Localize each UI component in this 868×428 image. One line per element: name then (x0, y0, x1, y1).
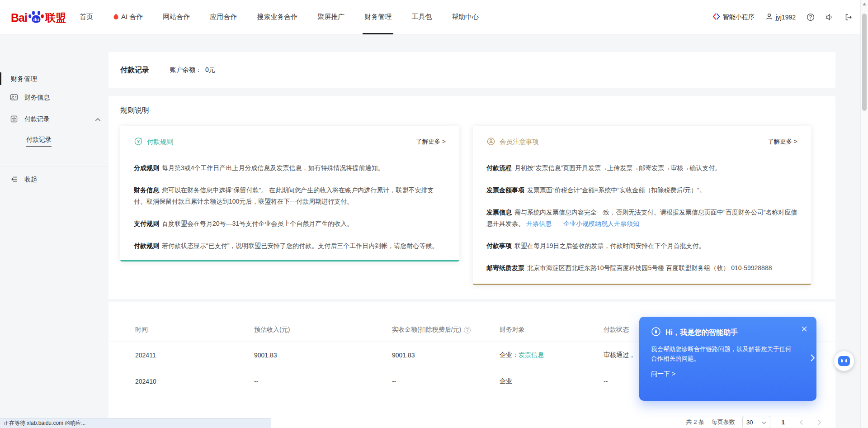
cell-entity: 企业：发票信息 (500, 351, 604, 359)
compass-icon (651, 327, 661, 338)
rule-paragraph: 发票金额事项发票票面“价税合计”金额=系统中“实收金额（扣除税费后/元）”。 (486, 185, 797, 196)
rule-paragraph: 财务信息您可以在财务信息中选择“保留付款”。 在此期间您产生的收入将在账户内进行… (134, 185, 446, 207)
mini-program-icon (712, 13, 720, 22)
invoice-info-table-link[interactable]: 发票信息 (519, 351, 544, 358)
prev-page-button[interactable] (796, 416, 807, 428)
sidebar-section-title: 财务管理 (0, 71, 111, 87)
chevron-right-icon[interactable] (810, 354, 815, 364)
scroll-up-arrow-icon[interactable] (863, 3, 866, 5)
logout-icon[interactable] (844, 13, 853, 21)
current-page[interactable]: 1 (778, 416, 788, 428)
per-page-label: 每页条数 (712, 418, 735, 426)
nav-item-app[interactable]: 应用合作 (210, 0, 237, 34)
cell-time: 202411 (135, 352, 254, 359)
rules-section-title: 规则说明 (120, 106, 149, 115)
col-time: 时间 (135, 326, 254, 334)
cell-estimated: -- (254, 378, 392, 385)
invoice-info-link[interactable]: 开票信息 (526, 220, 552, 227)
total-count: 共 2 条 (686, 418, 704, 426)
column-help-icon[interactable] (464, 327, 471, 333)
sidebar-divider (0, 166, 111, 167)
logo-text-bai: Bai (11, 11, 27, 24)
nav-item-help-center[interactable]: 帮助中心 (452, 0, 479, 34)
rules-card: 规则说明 付款规则 了解更多 > 分成规则每月第3或4个工作日产出上月分成信息及… (108, 96, 835, 299)
rule-paragraph: 发票信息需与系统内发票信息内容完全一致，否则无法支付。请根据发票信息页面中“百度… (486, 207, 797, 229)
cell-entity: 企业 (500, 377, 604, 385)
rule-paragraph: 邮寄纸质发票北京市海淀区西北旺东路10号院百度科技园5号楼 百度联盟财务组（收）… (486, 262, 797, 274)
page-header-card: 付款记录 账户余额：0元 (108, 52, 835, 88)
member-notes-header: 会员注意事项 (486, 137, 797, 147)
nav-item-ai[interactable]: AI 合作 (113, 0, 143, 34)
assistant-popup: Hi，我是您的智能助手 我会帮助您诊断合作链路问题，以及解答您关于任何合作相关的… (639, 317, 816, 401)
sidebar-item-finance-info[interactable]: 财务信息 (0, 87, 111, 109)
col-received: 实收金额(扣除税费后/元) (392, 326, 500, 334)
balance-label: 账户余额： (170, 66, 202, 73)
small-taxpayer-guide-link[interactable]: 企业小规模纳税人开票须知 (563, 220, 639, 227)
member-notes-more-link[interactable]: 了解更多 > (768, 138, 797, 146)
flame-icon (113, 13, 119, 21)
nav-item-search-business[interactable]: 搜索业务合作 (257, 0, 297, 34)
sidebar: 财务管理 财务信息 付款记录 付款记录 收起 (0, 34, 111, 428)
assistant-message: 我会帮助您诊断合作链路问题，以及解答您关于任何合作相关的问题。 (651, 344, 795, 363)
logo-text-union: 联盟 (45, 11, 66, 24)
payment-record-icon (10, 115, 18, 124)
page-size-select[interactable]: 30 (742, 416, 770, 428)
robot-icon (838, 356, 850, 366)
caret-down-icon (762, 419, 766, 426)
rule-paragraph: 付款事项联盟在每月19日之后签收的发票，付款时间安排在下个月首批支付。 (486, 240, 797, 252)
cell-estimated: 9001.83 (254, 352, 392, 359)
rule-paragraph: 支付规则百度联盟会在每月20号—31号支付企业会员上个自然月产生的收入。 (134, 218, 446, 229)
nav-item-screen-promo[interactable]: 聚屏推广 (317, 0, 344, 34)
rule-paragraph: 分成规则每月第3或4个工作日产出上月分成信息及发票信息，如有特殊情况将提前通知。 (134, 162, 446, 174)
chevron-up-icon[interactable] (95, 116, 101, 123)
baidu-union-logo[interactable]: Bai du 联盟 (11, 10, 66, 24)
help-icon[interactable] (807, 13, 815, 21)
sidebar-collapse-button[interactable]: 收起 (0, 169, 111, 190)
pagination: 共 2 条 每页条数 30 1 (686, 416, 825, 428)
member-icon (486, 137, 495, 147)
user-account[interactable]: jyj1992 (765, 13, 796, 22)
page-title: 付款记录 (120, 66, 149, 75)
collapse-menu-icon (10, 175, 18, 185)
coin-icon (134, 137, 143, 147)
baidu-paw-icon: du (28, 10, 44, 24)
payment-rules-more-link[interactable]: 了解更多 > (416, 138, 446, 146)
ask-now-link[interactable]: 问一下 > (651, 370, 675, 378)
top-nav: Bai du 联盟 首页 AI 合作 网站合作 应用合作 搜索业务合作 聚屏推广… (0, 0, 868, 34)
finance-info-icon (10, 93, 18, 103)
balance-value: 0元 (205, 66, 215, 73)
assistant-title: Hi，我是您的智能助手 (665, 328, 738, 338)
logo-text-du: du (33, 17, 39, 22)
nav-item-home[interactable]: 首页 (80, 0, 93, 34)
assistant-launcher-button[interactable] (834, 351, 854, 371)
col-estimated: 预估收入(元) (254, 326, 392, 334)
cell-received: 9001.83 (392, 352, 500, 359)
cell-time: 202410 (135, 378, 254, 385)
main-nav: 首页 AI 合作 网站合作 应用合作 搜索业务合作 聚屏推广 财务管理 工具包 … (80, 0, 479, 34)
account-balance: 账户余额：0元 (170, 66, 215, 74)
rule-paragraph: 付款规则若付款状态显示“已支付”，说明联盟已安排了您的付款。支付后三个工作日内到… (134, 240, 446, 252)
user-icon (765, 13, 773, 22)
rule-paragraph: 付款流程月初按“发票信息”页面开具发票→上传发票→邮寄发票→审核→确认支付。 (486, 162, 797, 174)
col-entity: 财务对象 (500, 326, 604, 334)
nav-item-toolkit[interactable]: 工具包 (411, 0, 432, 34)
nav-right-cluster: 智能小程序 jyj1992 (712, 13, 853, 22)
close-icon[interactable] (801, 326, 807, 334)
vertical-scrollbar[interactable] (860, 0, 868, 428)
assistant-header: Hi，我是您的智能助手 (639, 317, 816, 338)
payment-rules-panel: 付款规则 了解更多 > 分成规则每月第3或4个工作日产出上月分成信息及发票信息，… (120, 126, 459, 262)
member-notes-panel: 会员注意事项 了解更多 > 付款流程月初按“发票信息”页面开具发票→上传发票→邮… (473, 126, 811, 285)
browser-status-bar: 正在等待 xlab.baidu.com 的响应... (0, 418, 271, 428)
sound-icon[interactable] (826, 13, 834, 21)
scrollbar-thumb[interactable] (862, 14, 867, 111)
nav-item-finance[interactable]: 财务管理 (364, 0, 392, 34)
mini-program-entry[interactable]: 智能小程序 (712, 13, 755, 22)
nav-item-website[interactable]: 网站合作 (163, 0, 190, 34)
sidebar-item-payment-record[interactable]: 付款记录 (0, 109, 111, 130)
sidebar-subitem-payment-record[interactable]: 付款记录 (0, 130, 111, 152)
cell-received: -- (392, 378, 500, 385)
payment-rules-header: 付款规则 (134, 137, 446, 147)
next-page-button[interactable] (814, 416, 825, 428)
